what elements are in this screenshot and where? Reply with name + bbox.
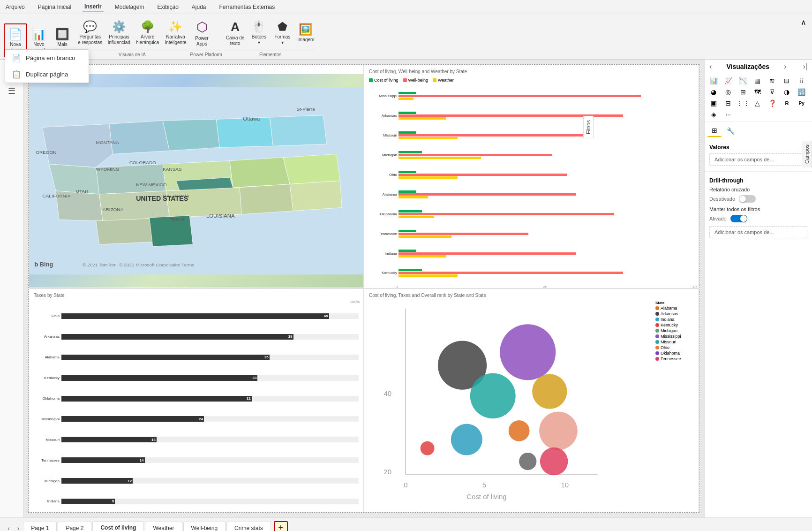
menu-inserir[interactable]: Inserir (83, 2, 104, 12)
add-valores-btn[interactable]: Adicionar os campos de... (709, 153, 807, 166)
vis-matrix-icon[interactable]: ⋮⋮ (737, 98, 749, 108)
divider-1 (705, 171, 812, 172)
narrativa-button[interactable]: ✨ NarrativaInteligente (162, 16, 189, 50)
vis-treemap-icon[interactable]: ⊞ (737, 87, 749, 97)
taxes-bar-michigan: Michigan 12 (34, 477, 359, 485)
left-panel-btn-2[interactable]: ☰ (5, 83, 18, 99)
menu-ajuda[interactable]: Ajuda (190, 3, 208, 11)
drill-through-title: Drill-through (709, 177, 807, 184)
imagem-button[interactable]: 🖼️ Imagem (294, 16, 317, 50)
wb-bar-indiana: Indiana (369, 249, 694, 258)
scatter-svg: 20 40 0 5 10 Cost of living (366, 300, 654, 509)
vis-ribbon-icon[interactable]: ≋ (766, 76, 778, 86)
tab-page2[interactable]: Page 2 (58, 522, 91, 531)
campos-tab[interactable]: Campos (802, 141, 812, 167)
texas-label: TEXAS (169, 217, 185, 222)
ribbon-group-elementos: A Caixa detexto 🖱️ Botões▾ ⬟ Formas▾ 🖼️ … (223, 16, 317, 57)
vis-bar2-icon[interactable]: 📈 (722, 76, 734, 86)
rpanel-back-btn[interactable]: ‹ (707, 61, 714, 72)
wb-wellbeing-bar (398, 95, 641, 97)
power-apps-button[interactable]: ⬡ PowerApps (190, 16, 214, 50)
tab-cost-of-living[interactable]: Cost of living (92, 521, 144, 531)
legend-wellbeing-dot (403, 78, 407, 82)
vis-map-icon[interactable]: 🗺 (752, 87, 764, 97)
vis-funnel-icon[interactable]: ⊽ (766, 87, 778, 97)
svg-point-32 (519, 453, 536, 470)
vis-donut-icon[interactable]: ◎ (722, 87, 734, 97)
vis-py-icon[interactable]: Py (796, 98, 808, 108)
data-icon[interactable]: 🔧 (723, 125, 737, 137)
next-page-btn[interactable]: › (14, 523, 23, 531)
tab-page1[interactable]: Page 1 (23, 522, 57, 531)
vis-card-icon[interactable]: ▣ (707, 98, 720, 108)
filtros-tab[interactable]: Filtros (583, 116, 594, 138)
scatter-legend: State Alabama Arkansas Indiana Kentucky … (654, 300, 697, 509)
svg-text:40: 40 (383, 390, 391, 397)
montana-label: MONTANA (96, 140, 119, 145)
menu-modelagem[interactable]: Modelagem (113, 3, 146, 11)
vis-r-icon[interactable]: R (781, 98, 793, 108)
vis-area-icon[interactable]: ▦ (752, 76, 764, 86)
menu-exibicao[interactable]: Exibição (155, 3, 180, 11)
wb-cost-bar (398, 92, 416, 94)
vis-table-icon[interactable]: ⊟ (722, 98, 734, 108)
oklahoma-label: OKLAHOMA (163, 193, 189, 198)
vis-scatter-icon[interactable]: ⁞⁞ (796, 76, 808, 86)
valores-title: Valores (709, 144, 807, 151)
map-chart-cell[interactable]: Cost of living by State (29, 65, 364, 288)
map-placeholder: UNITED STATES Ottawa St-Pierre OREGON CA… (29, 74, 363, 288)
wellbeing-chart-cell[interactable]: Cost of living, Well-being and Weather b… (364, 65, 699, 288)
canvas-content: Cost of living by State (28, 64, 699, 513)
taxes-chart-cell[interactable]: Taxes by State 100% Ohio 45 Ar (29, 288, 364, 512)
add-drill-btn[interactable]: Adicionar os campos de... (709, 226, 807, 238)
tab-wellbeing[interactable]: Well-being (183, 522, 226, 531)
rpanel-forward-btn[interactable]: › (782, 61, 788, 72)
legend-cost-dot (369, 78, 373, 82)
svg-text:20: 20 (383, 469, 391, 476)
caixa-texto-button[interactable]: A Caixa detexto (223, 16, 247, 50)
taxes-bar-kentucky: Kentucky 33 (34, 374, 359, 382)
vis-qna-icon[interactable]: ❓ (766, 98, 778, 108)
vis-waterfall-icon[interactable]: ⊟ (781, 76, 793, 86)
rpanel-close-btn[interactable]: ›| (801, 61, 809, 72)
tab-weather[interactable]: Weather (145, 522, 182, 531)
ribbon: 📄 Novapágin ▾ 📊 Novovisual 🔲 Maisvisuais… (0, 14, 812, 60)
scatter-chart-cell[interactable]: Cost of living, Taxes and Overall rank b… (364, 288, 699, 512)
svg-marker-12 (283, 154, 340, 184)
format-icon[interactable]: ⊞ (707, 125, 722, 137)
vis-bar-icon[interactable]: 📊 (707, 76, 720, 86)
formas-button[interactable]: ⬟ Formas▾ (271, 16, 294, 50)
vis-decomp-icon[interactable]: ◈ (707, 109, 720, 120)
svg-text:10: 10 (561, 481, 569, 489)
principais-button[interactable]: ⚙️ Principaisinfluenciad (105, 16, 133, 50)
menu-ferramentas[interactable]: Ferramentas Externas (218, 3, 277, 11)
vis-more-icon[interactable]: ··· (722, 109, 734, 120)
menu-pagina-inicial[interactable]: Página Inicial (36, 3, 73, 11)
manter-label: Manter todos os filtros (709, 206, 760, 212)
manter-toggle[interactable] (730, 215, 747, 222)
vis-kpi-icon[interactable]: 🔢 (796, 87, 808, 97)
svg-marker-17 (290, 181, 342, 211)
svg-point-33 (500, 324, 556, 380)
duplicate-page-label: Duplicar página (26, 71, 68, 78)
botoes-button[interactable]: 🖱️ Botões▾ (247, 16, 271, 50)
tab-crime-stats[interactable]: Crime stats (226, 522, 271, 531)
dropdown-menu: 📄 Página em branco 📋 Duplicar página (5, 49, 89, 83)
vis-line-icon[interactable]: 📉 (737, 76, 749, 86)
blank-page-item[interactable]: 📄 Página em branco (5, 50, 89, 66)
vis-gauge-icon[interactable]: ◑ (781, 87, 793, 97)
add-page-btn[interactable]: + (274, 521, 288, 531)
relatorio-toggle[interactable] (739, 195, 756, 203)
new-visual-icon: 📊 (32, 28, 46, 41)
arvore-button[interactable]: 🌳 Árvorehierárquica (133, 16, 162, 50)
vis-pie-icon[interactable]: ◕ (707, 87, 720, 97)
ribbon-group-ia: 💬 Perguntase respostas ⚙️ Principaisinfl… (75, 16, 189, 57)
prev-page-btn[interactable]: ‹ (4, 523, 14, 531)
perguntas-button[interactable]: 💬 Perguntase respostas (75, 16, 105, 50)
left-panel: ⊞ ☰ (0, 60, 23, 517)
menu-arquivo[interactable]: Arquivo (4, 3, 27, 11)
duplicate-page-item[interactable]: 📋 Duplicar página (5, 66, 89, 83)
vis-shape-icon[interactable]: △ (752, 98, 764, 108)
manter-toggle-row: Manter todos os filtros (709, 206, 807, 212)
ribbon-collapse-btn[interactable]: ∧ (799, 16, 808, 29)
